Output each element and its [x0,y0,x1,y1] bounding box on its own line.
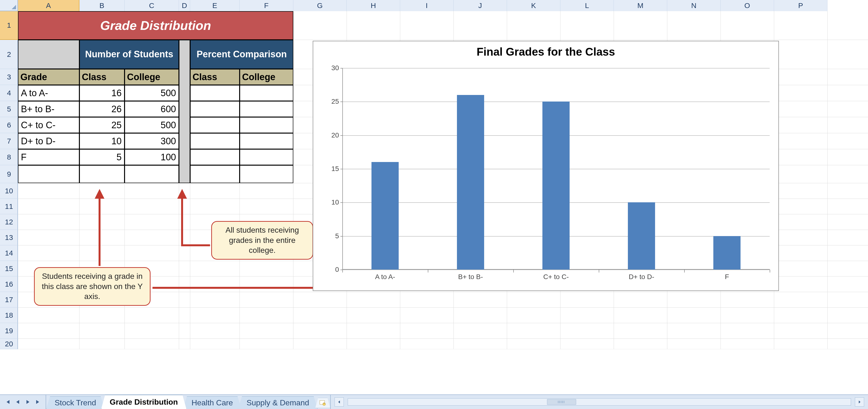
sheet-tab-bar: Stock TrendGrade DistributionHealth Care… [0,395,868,409]
sheet-tab-stock-trend[interactable]: Stock Trend [46,397,105,409]
chart-title: Final Grades for the Class [313,45,778,58]
chart-bar-2[interactable] [542,101,570,270]
chart[interactable]: Final Grades for the Class 051015202530A… [313,41,779,291]
chart-xtickmark [513,270,514,272]
chart-xticklabel: D+ to D- [629,270,654,281]
new-sheet-button[interactable] [315,398,330,408]
horizontal-scrollbar[interactable] [330,395,868,409]
chart-bar-4[interactable] [713,236,741,270]
chart-yticklabel: 10 [332,198,342,206]
chart-bar-0[interactable] [371,162,399,270]
chart-y-axis [342,68,343,270]
chart-xticklabel: A to A- [375,270,395,281]
chart-xticklabel: C+ to C- [543,270,569,281]
chart-plot-area: 051015202530A to A-B+ to B-C+ to C-D+ to… [342,68,770,270]
chart-bar-3[interactable] [628,202,655,270]
chart-xticklabel: B+ to B- [458,270,483,281]
sheet-tab-supply-demand[interactable]: Supply & Demand [238,397,317,409]
sheet-tab-health-care[interactable]: Health Care [183,397,242,409]
chart-yticklabel: 0 [335,266,342,273]
sheet-tab-grade-distribution[interactable]: Grade Distribution [101,395,186,409]
chart-yticklabel: 15 [332,165,342,173]
chart-xtickmark [342,270,343,272]
tab-nav-group [0,395,46,409]
chart-xtickmark [428,270,428,272]
chart-yticklabel: 5 [335,232,342,240]
hscroll-thumb[interactable] [547,399,576,405]
chart-yticklabel: 30 [332,64,342,72]
chart-xtickmark [770,270,770,272]
chart-yticklabel: 20 [332,132,342,139]
tab-nav-last-icon[interactable] [33,397,43,407]
chart-xtickmark [599,270,599,272]
tab-nav-first-icon[interactable] [2,397,12,407]
svg-rect-42 [324,403,324,404]
tab-nav-prev-icon[interactable] [12,397,23,407]
chart-xtickmark [684,270,685,272]
tab-nav-next-icon[interactable] [23,397,33,407]
chart-bar-1[interactable] [457,95,485,270]
chart-yticklabel: 25 [332,98,342,106]
hscroll-track[interactable] [348,398,851,406]
chart-gridline [342,68,770,68]
hscroll-right-icon[interactable] [855,397,864,407]
hscroll-left-icon[interactable] [335,397,344,407]
chart-xticklabel: F [725,270,729,281]
